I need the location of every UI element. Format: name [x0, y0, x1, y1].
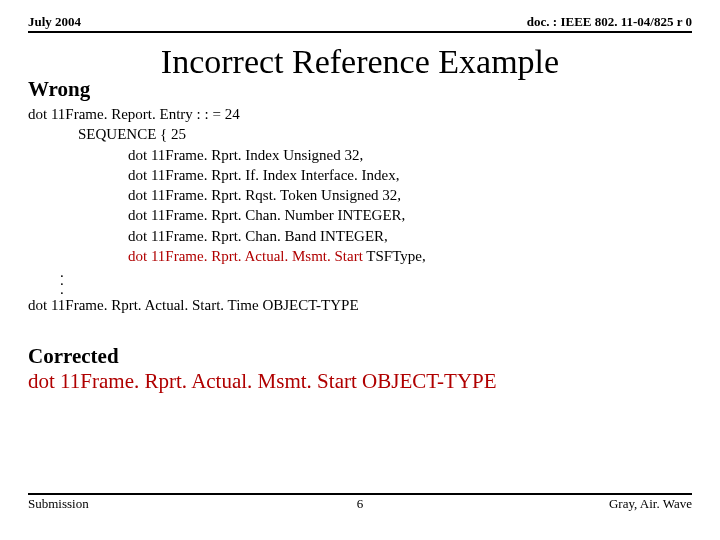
- asn-line: SEQUENCE { 25: [28, 124, 692, 144]
- asn-tail: TSFType,: [363, 248, 426, 264]
- slide-title: Incorrect Reference Example: [28, 43, 692, 81]
- footer-row: Submission 6 Gray, Air. Wave: [28, 493, 692, 512]
- header-row: July 2004 doc. : IEEE 802. 11-04/825 r 0: [28, 14, 692, 33]
- asn-line: dot 11Frame. Rprt. Rqst. Token Unsigned …: [28, 185, 692, 205]
- vertical-ellipsis: . . .: [28, 268, 692, 293]
- corrected-label: Corrected: [28, 344, 692, 369]
- asn-line: dot 11Frame. Rprt. Index Unsigned 32,: [28, 145, 692, 165]
- footer-page: 6: [357, 496, 364, 512]
- ellipsis-dot: .: [60, 285, 692, 293]
- ellipsis-dot: .: [60, 276, 692, 284]
- asn-line: dot 11Frame. Report. Entry : : = 24: [28, 104, 692, 124]
- asn-line: dot 11Frame. Rprt. Chan. Number INTEGER,: [28, 205, 692, 225]
- slide-page: July 2004 doc. : IEEE 802. 11-04/825 r 0…: [0, 0, 720, 540]
- footer-left: Submission: [28, 496, 89, 512]
- asn-highlight: dot 11Frame. Rprt. Actual. Msmt. Start: [128, 248, 363, 264]
- asn-line: dot 11Frame. Rprt. Chan. Band INTEGER,: [28, 226, 692, 246]
- corrected-line: dot 11Frame. Rprt. Actual. Msmt. Start O…: [28, 369, 692, 394]
- asn-line: dot 11Frame. Rprt. If. Index Interface. …: [28, 165, 692, 185]
- asn-line: dot 11Frame. Rprt. Actual. Msmt. Start T…: [28, 246, 692, 266]
- asn-block: dot 11Frame. Report. Entry : : = 24 SEQU…: [28, 104, 692, 266]
- ellipsis-dot: .: [60, 268, 692, 276]
- footer-right: Gray, Air. Wave: [609, 496, 692, 512]
- header-date: July 2004: [28, 14, 81, 30]
- object-type-line: dot 11Frame. Rprt. Actual. Start. Time O…: [28, 297, 692, 314]
- header-doc: doc. : IEEE 802. 11-04/825 r 0: [527, 14, 692, 30]
